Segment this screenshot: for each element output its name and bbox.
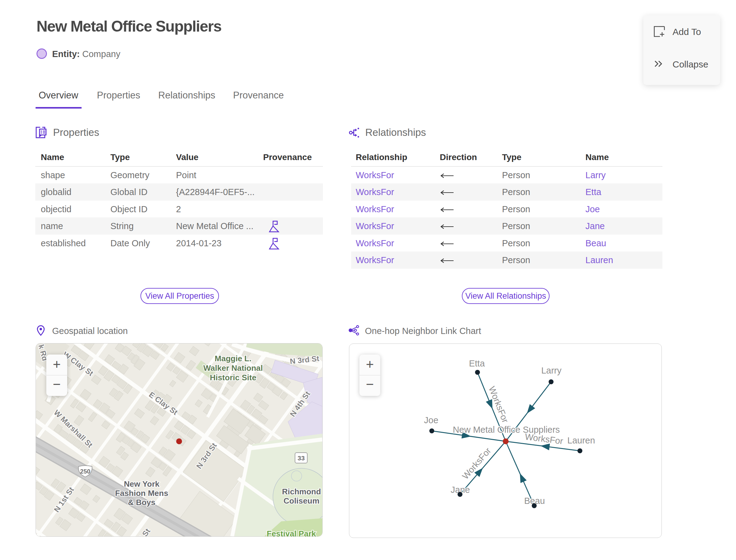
svg-text:Fashion Mens: Fashion Mens (115, 489, 168, 498)
svg-text:250: 250 (80, 468, 90, 475)
svg-text:New York: New York (124, 479, 160, 489)
svg-text:Lauren: Lauren (567, 435, 595, 445)
svg-text:Etta: Etta (469, 359, 485, 368)
svg-text:New Metal Office Suppliers: New Metal Office Suppliers (453, 425, 560, 435)
svg-text:Coliseum: Coliseum (283, 496, 319, 505)
svg-text:& Boys: & Boys (128, 498, 155, 507)
svg-text:Festival Park: Festival Park (267, 529, 316, 536)
svg-text:Larry: Larry (541, 366, 562, 375)
svg-text:Historic Site: Historic Site (210, 373, 256, 382)
svg-text:33: 33 (297, 455, 305, 462)
svg-text:Joe: Joe (424, 415, 439, 425)
svg-text:Maggie L.: Maggie L. (215, 354, 251, 363)
svg-text:Richmond: Richmond (282, 487, 321, 496)
svg-text:Walker National: Walker National (203, 363, 263, 373)
